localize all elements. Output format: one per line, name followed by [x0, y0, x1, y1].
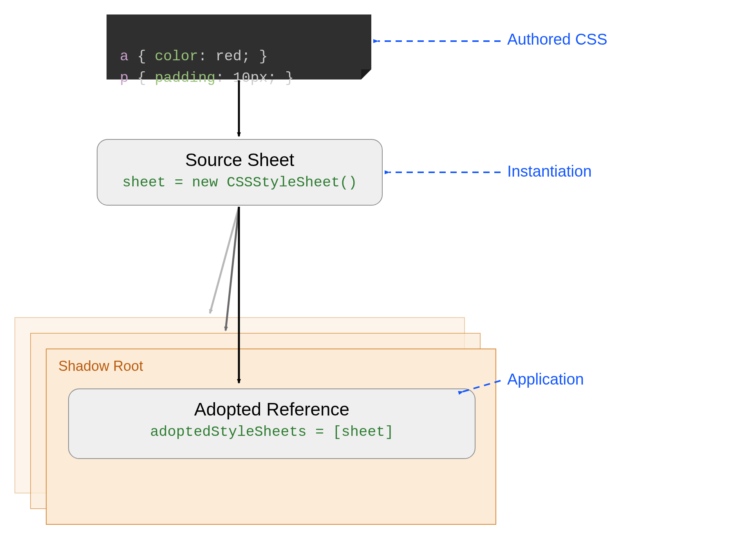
code-property: padding [155, 70, 215, 86]
annotation-instantiation: Instantiation [507, 163, 592, 180]
arrow-source-to-shadow-mid [226, 207, 239, 331]
annotation-authored-css: Authored CSS [507, 31, 607, 48]
authored-css-code-block: a { color: red; } p { padding: 10px; } [107, 14, 371, 79]
code-brace: } [285, 70, 294, 86]
code-selector: a [120, 48, 128, 65]
code-value: 10px [233, 70, 268, 86]
source-sheet-box: Source Sheet sheet = new CSSStyleSheet() [97, 139, 383, 206]
adopted-reference-code: adoptedStyleSheets = [sheet] [69, 424, 475, 440]
code-property: color [155, 48, 198, 65]
code-brace: { [137, 48, 146, 65]
adopted-reference-title: Adopted Reference [69, 399, 475, 420]
source-sheet-code: sheet = new CSSStyleSheet() [98, 174, 382, 191]
code-colon: : [198, 48, 207, 65]
code-brace: { [137, 70, 146, 86]
code-brace: } [259, 48, 268, 65]
code-semi: ; [242, 48, 250, 65]
annotation-application: Application [507, 370, 584, 388]
shadow-root-label: Shadow Root [58, 358, 143, 374]
adopted-reference-box: Adopted Reference adoptedStyleSheets = [… [68, 388, 475, 459]
code-selector: p [120, 70, 128, 86]
shadow-root-stack: Shadow Root Adopted Reference adoptedSty… [14, 317, 496, 525]
code-value: red [215, 48, 242, 65]
code-semi: ; [268, 70, 277, 86]
page-fold-icon [361, 69, 371, 79]
shadow-root-box-front: Shadow Root Adopted Reference adoptedSty… [46, 349, 496, 525]
arrow-source-to-shadow-back [210, 207, 239, 313]
code-colon: : [215, 70, 224, 86]
source-sheet-title: Source Sheet [98, 149, 382, 170]
